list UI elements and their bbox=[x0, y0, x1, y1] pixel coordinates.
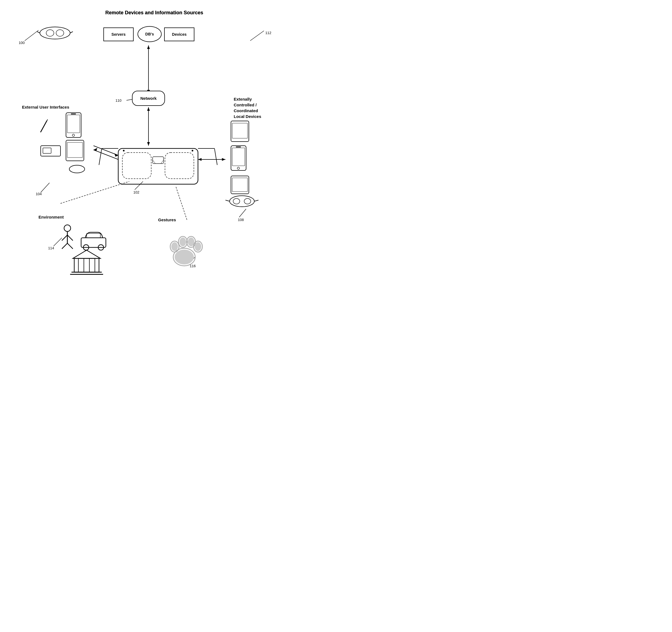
ref-116: 116 bbox=[190, 264, 196, 268]
svg-marker-11 bbox=[147, 107, 150, 111]
svg-line-41 bbox=[47, 120, 48, 121]
dbs-label: DB's bbox=[145, 32, 154, 36]
svg-rect-58 bbox=[232, 178, 247, 192]
svg-line-23 bbox=[176, 187, 187, 220]
ref-104: 104 bbox=[36, 192, 42, 196]
diagram-svg bbox=[0, 0, 309, 291]
svg-line-22 bbox=[61, 181, 129, 203]
network-box: Network bbox=[132, 91, 165, 106]
ref-102: 102 bbox=[134, 190, 139, 194]
svg-rect-45 bbox=[71, 114, 76, 114]
svg-point-89 bbox=[188, 238, 194, 246]
ref-112: 112 bbox=[265, 31, 271, 35]
svg-line-21 bbox=[41, 183, 49, 192]
svg-line-63 bbox=[254, 200, 259, 201]
environment-label: Environment bbox=[39, 214, 64, 220]
svg-marker-12 bbox=[147, 142, 150, 146]
servers-label: Servers bbox=[111, 32, 125, 37]
svg-marker-75 bbox=[73, 250, 100, 259]
svg-marker-14 bbox=[114, 153, 118, 157]
svg-rect-54 bbox=[232, 148, 245, 166]
svg-line-26 bbox=[54, 238, 62, 246]
devices-label: Devices bbox=[172, 32, 187, 37]
svg-line-13 bbox=[94, 146, 118, 155]
svg-rect-57 bbox=[231, 176, 249, 194]
svg-point-84 bbox=[170, 241, 179, 252]
svg-line-39 bbox=[161, 160, 164, 164]
svg-line-66 bbox=[62, 235, 67, 241]
servers-box: Servers bbox=[103, 27, 134, 41]
svg-point-44 bbox=[72, 134, 74, 136]
svg-marker-16 bbox=[94, 148, 97, 151]
svg-rect-70 bbox=[81, 238, 106, 247]
svg-point-83 bbox=[175, 250, 194, 264]
gestures-label: Gestures bbox=[158, 217, 176, 223]
network-label: Network bbox=[140, 96, 157, 101]
svg-point-61 bbox=[244, 198, 251, 204]
svg-line-25 bbox=[239, 209, 246, 217]
svg-rect-28 bbox=[118, 148, 198, 184]
svg-rect-30 bbox=[122, 152, 151, 179]
svg-rect-52 bbox=[232, 123, 247, 138]
svg-point-86 bbox=[178, 237, 187, 247]
svg-rect-43 bbox=[67, 115, 80, 133]
svg-point-91 bbox=[195, 242, 201, 251]
externally-controlled-label: ExtenallyControlled /CoordinatedLocal De… bbox=[234, 96, 261, 119]
ref-114: 114 bbox=[48, 246, 54, 250]
svg-rect-73 bbox=[87, 234, 100, 238]
svg-point-59 bbox=[230, 196, 254, 207]
svg-line-33 bbox=[99, 148, 102, 165]
svg-line-69 bbox=[67, 243, 73, 249]
dbs-box: DB's bbox=[138, 26, 162, 42]
svg-rect-42 bbox=[66, 113, 81, 138]
svg-point-37 bbox=[192, 150, 193, 151]
svg-rect-74 bbox=[74, 259, 99, 272]
svg-rect-51 bbox=[231, 121, 249, 142]
svg-line-38 bbox=[152, 160, 155, 164]
svg-line-6 bbox=[250, 31, 264, 41]
svg-rect-47 bbox=[43, 148, 51, 153]
svg-point-36 bbox=[123, 150, 124, 151]
svg-point-82 bbox=[173, 248, 195, 266]
svg-line-5 bbox=[25, 30, 39, 41]
svg-line-27 bbox=[187, 257, 195, 264]
svg-point-4 bbox=[56, 30, 64, 36]
svg-line-67 bbox=[67, 235, 73, 241]
diagram-title: Remote Devices and Information Sources bbox=[105, 10, 203, 16]
svg-point-64 bbox=[64, 225, 71, 232]
svg-point-60 bbox=[233, 198, 240, 204]
svg-point-85 bbox=[171, 242, 178, 251]
svg-line-68 bbox=[62, 243, 67, 249]
svg-marker-8 bbox=[147, 45, 150, 49]
svg-marker-19 bbox=[222, 158, 225, 161]
svg-line-35 bbox=[214, 148, 217, 165]
svg-point-0 bbox=[40, 27, 70, 39]
svg-rect-53 bbox=[231, 146, 246, 170]
devices-box: Devices bbox=[164, 27, 194, 41]
svg-line-1 bbox=[37, 32, 40, 33]
svg-rect-46 bbox=[41, 146, 61, 156]
svg-line-62 bbox=[225, 200, 230, 201]
svg-line-24 bbox=[135, 181, 143, 190]
svg-line-40 bbox=[41, 121, 47, 132]
svg-point-72 bbox=[98, 245, 104, 250]
svg-point-88 bbox=[187, 237, 195, 247]
svg-point-3 bbox=[46, 30, 54, 36]
svg-point-71 bbox=[83, 245, 89, 250]
external-ui-label: External User Interfaces bbox=[22, 104, 69, 110]
ref-110: 110 bbox=[116, 98, 122, 102]
svg-rect-48 bbox=[66, 140, 84, 161]
ref-100: 100 bbox=[19, 41, 25, 45]
diagram: Remote Devices and Information Sources bbox=[0, 0, 309, 291]
svg-rect-31 bbox=[165, 152, 194, 179]
svg-rect-56 bbox=[236, 147, 241, 147]
svg-line-15 bbox=[94, 150, 118, 160]
svg-marker-18 bbox=[198, 158, 201, 161]
svg-point-87 bbox=[179, 238, 186, 246]
svg-rect-49 bbox=[67, 142, 82, 157]
svg-point-50 bbox=[69, 165, 85, 173]
svg-point-55 bbox=[237, 167, 239, 169]
svg-line-2 bbox=[70, 32, 73, 33]
svg-point-90 bbox=[194, 241, 202, 252]
ref-108: 108 bbox=[238, 218, 244, 222]
